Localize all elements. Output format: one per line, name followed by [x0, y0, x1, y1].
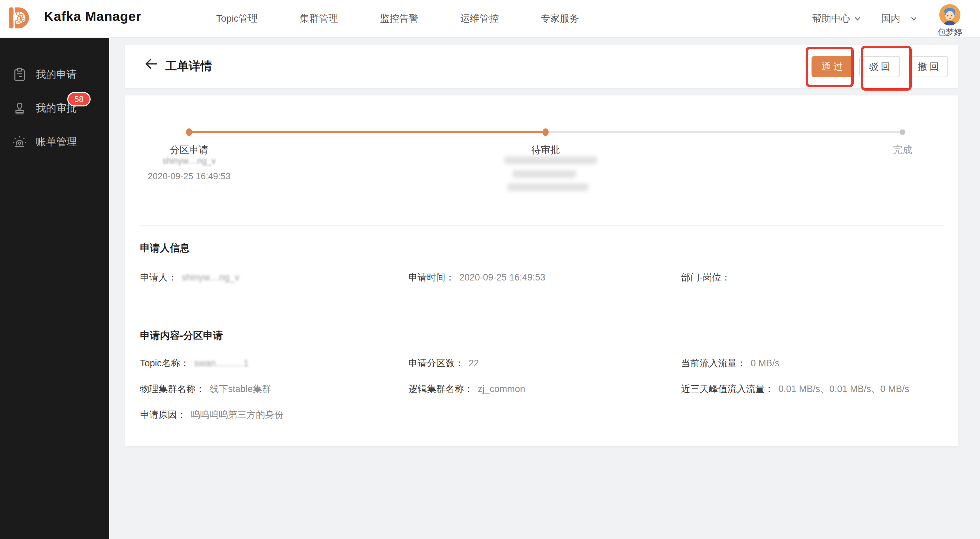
main-content: 工单详情 通 过 驳 回 撤 回 分区申请 待审批 完成 shinyw…ng_v… — [109, 37, 980, 539]
section-title-content: 申请内容-分区申请 — [140, 329, 223, 343]
step-label-finished: 完成 — [893, 144, 912, 156]
clipboard-icon — [12, 67, 27, 82]
field-partition-count: 申请分区数： 22 — [408, 357, 681, 369]
content-fields-row: 申请原因： 呜呜呜呜第三方的身份 — [140, 408, 943, 421]
section-divider — [138, 311, 944, 311]
alarm-icon — [12, 135, 27, 149]
applicant-fields-row: 申请人： shinyw…ng_v 申请时间： 2020-09-25 16:49:… — [140, 271, 943, 284]
field-physical-cluster: 物理集群名称： 线下stable集群 — [140, 383, 408, 395]
page-title: 工单详情 — [165, 58, 212, 74]
kafka-manager-logo-icon — [7, 4, 33, 32]
user-menu[interactable]: 包梦婷 — [937, 4, 962, 38]
region-select[interactable]: 国内 — [881, 12, 918, 25]
field-topic-name: Topic名称： swan………1 — [140, 357, 408, 369]
step-dot-pending-approval — [542, 128, 549, 136]
withdraw-button[interactable]: 撤 回 — [908, 56, 948, 77]
field-apply-time: 申请时间： 2020-09-25 16:49:53 — [408, 271, 681, 284]
nav-cluster[interactable]: 集群管理 — [299, 12, 338, 25]
nav-expert[interactable]: 专家服务 — [541, 12, 579, 25]
sidebar: 我的申请 我的审批 58 账单管理 — [0, 37, 109, 539]
field-applicant: 申请人： shinyw…ng_v — [140, 271, 408, 284]
approve-button[interactable]: 通 过 — [811, 56, 853, 77]
nav-monitor[interactable]: 监控告警 — [380, 12, 418, 25]
sidebar-item-billing[interactable]: 账单管理 — [0, 125, 109, 159]
step-label-apply: 分区申请 — [170, 144, 208, 156]
user-name: 包梦婷 — [937, 27, 962, 38]
help-center-menu[interactable]: 帮助中心 — [812, 12, 861, 25]
back-arrow-icon[interactable] — [144, 56, 159, 72]
reject-button[interactable]: 驳 回 — [859, 56, 900, 77]
field-apply-reason: 申请原因： 呜呜呜呜第三方的身份 — [140, 408, 408, 421]
approvals-count-badge: 58 — [67, 92, 91, 107]
redacted-approver-line — [508, 183, 588, 191]
step-connector-pending — [546, 131, 902, 133]
nav-topic[interactable]: Topic管理 — [216, 12, 258, 25]
field-current-inflow: 当前流入流量： 0 MB/s — [681, 357, 943, 369]
step-applicant-redacted: shinyw…ng_v — [162, 156, 216, 166]
field-peak-inflow: 近三天峰值流入流量： 0.01 MB/s、0.01 MB/s、0 MB/s — [681, 383, 943, 395]
step-label-pending-approval: 待审批 — [531, 144, 560, 156]
step-apply-time: 2020-09-25 16:49:53 — [148, 171, 230, 182]
app-title: Kafka Manager — [44, 9, 142, 24]
stamp-icon — [12, 101, 27, 115]
avatar — [939, 4, 961, 26]
sidebar-item-my-applications[interactable]: 我的申请 — [0, 58, 109, 91]
redacted-approver-line — [513, 170, 576, 178]
section-divider — [138, 225, 944, 226]
field-logical-cluster: 逻辑集群名称： zj_common — [408, 383, 681, 395]
sidebar-item-label: 我的申请 — [36, 68, 77, 82]
help-center-label: 帮助中心 — [812, 12, 850, 25]
chevron-down-icon — [854, 15, 861, 22]
step-dot-finished — [900, 129, 905, 135]
page-title-bar: 工单详情 通 过 驳 回 撤 回 — [125, 45, 958, 88]
nav-ops[interactable]: 运维管控 — [460, 12, 499, 25]
work-order-detail-card: 分区申请 待审批 完成 shinyw…ng_v 2020-09-25 16:49… — [125, 96, 958, 446]
content-fields-row: 物理集群名称： 线下stable集群 逻辑集群名称： zj_common 近三天… — [140, 383, 943, 395]
chevron-down-icon — [910, 15, 918, 22]
main-nav: Topic管理 集群管理 监控告警 运维管控 专家服务 — [216, 0, 579, 37]
region-label: 国内 — [881, 12, 900, 25]
sidebar-item-my-approvals[interactable]: 我的审批 58 — [0, 91, 109, 125]
top-header: Kafka Manager Topic管理 集群管理 监控告警 运维管控 专家服… — [0, 0, 980, 38]
content-fields-row: Topic名称： swan………1 申请分区数： 22 当前流入流量： 0 MB… — [140, 357, 943, 369]
step-dot-apply — [186, 128, 192, 136]
step-connector-done — [189, 131, 546, 133]
redacted-approver-line — [504, 156, 597, 164]
sidebar-item-label: 账单管理 — [36, 135, 77, 149]
section-title-applicant: 申请人信息 — [140, 241, 190, 255]
field-department-position: 部门-岗位： — [681, 271, 943, 284]
